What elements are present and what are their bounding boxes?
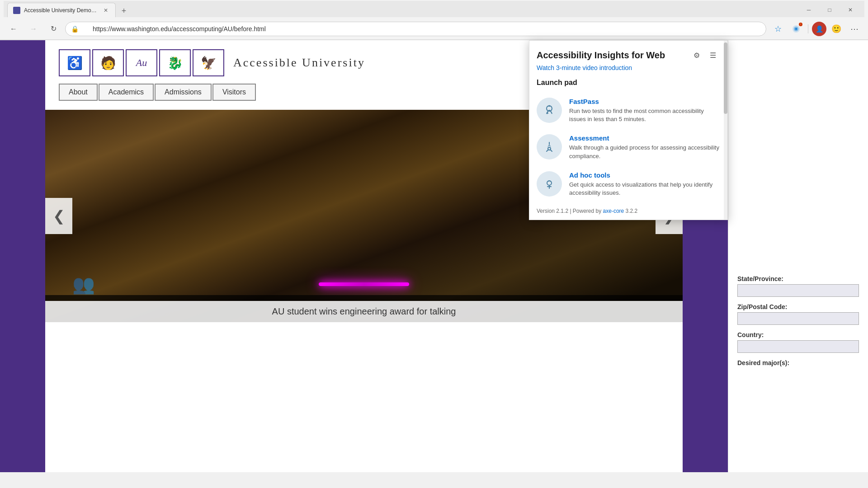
assessment-icon <box>537 134 562 160</box>
zip-field-group: Zip/Postal Code: <box>737 303 859 325</box>
address-bar[interactable]: 🔒 https://www.washington.edu/accesscompu… <box>65 22 766 36</box>
extensions-button[interactable]: ! <box>788 21 804 37</box>
back-button[interactable]: ← <box>5 21 22 37</box>
user-avatar[interactable]: 👤 <box>812 22 826 36</box>
emoji-button[interactable]: 🙂 <box>828 21 844 37</box>
state-input[interactable] <box>737 284 859 297</box>
au-logo-boxes: ♿ 🧑 Au 🐉 🦅 <box>59 49 224 76</box>
nav-item-admissions[interactable]: Admissions <box>155 84 212 101</box>
adhoc-title: Ad hoc tools <box>569 171 720 179</box>
zip-input[interactable] <box>737 312 859 325</box>
logo-box-4: 🐉 <box>159 49 191 76</box>
new-tab-button[interactable]: + <box>118 5 130 17</box>
logo-box-2: 🧑 <box>92 49 124 76</box>
toolbar-divider <box>808 24 808 33</box>
title-bar: Accessible University Demo Site ✕ + ─ □ … <box>0 0 868 18</box>
toolbar-icons: ☆ ! 👤 🙂 ⋯ <box>770 21 863 37</box>
ai-settings-button[interactable]: ⚙ <box>689 48 704 62</box>
minimize-button[interactable]: ─ <box>798 3 819 17</box>
au-logo-title: Accessible University <box>229 56 365 70</box>
state-field-group: State/Province: <box>737 275 859 297</box>
logo-box-5: 🦅 <box>193 49 224 76</box>
fastpass-desc: Run two tests to find the most common ac… <box>569 107 720 123</box>
ai-scrollbar[interactable] <box>724 41 727 220</box>
tab-favicon <box>13 7 20 14</box>
zip-label: Zip/Postal Code: <box>737 303 859 310</box>
ai-adhoc-item[interactable]: Ad hoc tools Get quick access to visuali… <box>529 166 727 202</box>
logo-box-1: ♿ <box>59 49 90 76</box>
banner-caption: AU student wins engineering award for ta… <box>45 301 683 322</box>
refresh-button[interactable]: ↻ <box>45 21 61 37</box>
ai-video-link[interactable]: Watch 3-minute video introduction <box>529 64 727 79</box>
avatar-initials: 👤 <box>816 25 823 33</box>
tab-close-button[interactable]: ✕ <box>102 6 110 14</box>
svg-point-2 <box>795 28 797 30</box>
right-panel: State/Province: Zip/Postal Code: Country… <box>728 40 868 472</box>
axe-core-link[interactable]: axe-core <box>603 208 624 214</box>
major-field-group: Desired major(s): <box>737 359 859 366</box>
form-top-spacer <box>737 40 859 275</box>
ai-assessment-item[interactable]: Assessment Walk through a guided process… <box>529 129 727 165</box>
ai-popup-header: Accessibility Insights for Web ⚙ ☰ <box>529 41 727 64</box>
maximize-button[interactable]: □ <box>819 3 840 17</box>
accessibility-insights-popup: Accessibility Insights for Web ⚙ ☰ Watch… <box>529 40 728 220</box>
logo-box-3: Au <box>126 49 157 76</box>
ai-scrollbar-thumb <box>724 42 727 114</box>
country-input[interactable] <box>737 340 859 353</box>
country-field-group: Country: <box>737 331 859 353</box>
ai-header-actions: ⚙ ☰ <box>689 48 720 62</box>
fastpass-title: FastPass <box>569 98 720 105</box>
close-button[interactable]: ✕ <box>840 3 861 17</box>
ai-menu-button[interactable]: ☰ <box>706 48 720 62</box>
fastpass-content: FastPass Run two tests to find the most … <box>569 98 720 123</box>
adhoc-desc: Get quick access to visualizations that … <box>569 181 720 197</box>
ai-popup-title: Accessibility Insights for Web <box>537 50 665 61</box>
assessment-title: Assessment <box>569 134 720 142</box>
svg-point-4 <box>548 147 551 150</box>
ai-launchpad-title: Launch pad <box>529 79 727 92</box>
assessment-desc: Walk through a guided process for assess… <box>569 144 720 160</box>
ai-footer-text: Version 2.1.2 | Powered by <box>537 208 603 214</box>
url-text: https://www.washington.edu/accesscomputi… <box>82 25 266 33</box>
carousel-prev-button[interactable]: ❮ <box>45 198 72 234</box>
country-label: Country: <box>737 331 859 338</box>
adhoc-content: Ad hoc tools Get quick access to visuali… <box>569 171 720 197</box>
tab-title: Accessible University Demo Site <box>24 7 98 14</box>
nav-bar: ← → ↻ 🔒 https://www.washington.edu/acces… <box>0 18 868 40</box>
ai-fastpass-item[interactable]: FastPass Run two tests to find the most … <box>529 92 727 129</box>
major-label: Desired major(s): <box>737 359 859 366</box>
forward-button[interactable]: → <box>25 21 42 37</box>
fastpass-icon <box>537 98 562 123</box>
browser-tab[interactable]: Accessible University Demo Site ✕ <box>7 3 116 17</box>
browser-chrome: Accessible University Demo Site ✕ + ─ □ … <box>0 0 868 40</box>
axe-core-version: 3.2.2 <box>624 208 637 214</box>
favorites-button[interactable]: ☆ <box>770 21 786 37</box>
assessment-content: Assessment Walk through a guided process… <box>569 134 720 160</box>
settings-menu-button[interactable]: ⋯ <box>846 21 863 37</box>
nav-item-about[interactable]: About <box>59 84 98 101</box>
nav-item-visitors[interactable]: Visitors <box>212 84 256 101</box>
state-label: State/Province: <box>737 275 859 282</box>
adhoc-icon <box>537 171 562 197</box>
lock-icon: 🔒 <box>71 25 79 33</box>
nav-item-academics[interactable]: Academics <box>99 84 154 101</box>
content-area: ♿ 🧑 Au 🐉 🦅 <box>0 40 868 472</box>
ai-footer: Version 2.1.2 | Powered by axe-core 3.2.… <box>529 202 727 220</box>
